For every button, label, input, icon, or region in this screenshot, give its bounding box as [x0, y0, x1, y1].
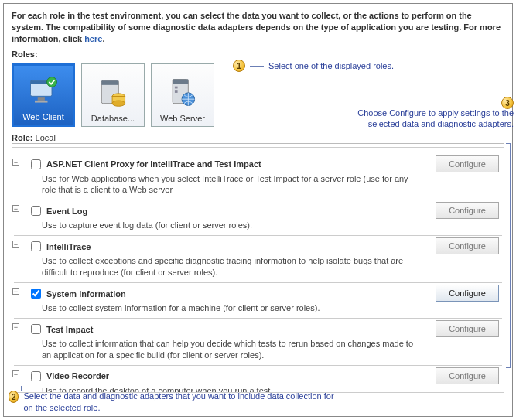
configure-button: Configure — [436, 155, 499, 172]
collapse-toggle[interactable]: − — [12, 370, 19, 377]
configure-button: Configure — [436, 367, 499, 384]
adapter-title: System Information — [46, 289, 126, 299]
callout-1-text: Select one of the displayed roles. — [268, 61, 394, 70]
collapse-toggle[interactable]: − — [12, 241, 19, 248]
configure-button: Configure — [436, 202, 499, 219]
adapter-checkbox[interactable] — [31, 241, 41, 251]
callout-number-2: 2 — [9, 391, 19, 403]
adapter-title: IntelliTrace — [46, 242, 91, 251]
collapse-toggle[interactable]: − — [12, 205, 19, 212]
adapter-row: −Video RecorderUse to record the desktop… — [14, 365, 502, 393]
adapter-row: −Test ImpactUse to collect information t… — [14, 318, 502, 365]
role-value: Local — [36, 133, 56, 142]
role-line: Role: Local — [12, 133, 504, 144]
adapter-checkbox[interactable] — [31, 324, 41, 334]
adapter-checkbox[interactable] — [31, 289, 41, 299]
svg-point-4 — [47, 77, 57, 87]
roles-label: Roles: — [12, 50, 504, 60]
callout-1-line — [250, 66, 264, 67]
role-tile-database-[interactable]: Database... — [81, 63, 145, 127]
adapter-title: Video Recorder — [46, 371, 109, 381]
role-tile-label: Database... — [91, 114, 135, 123]
adapter-description: Use to capture event log data (for clien… — [42, 220, 417, 230]
adapter-checkbox[interactable] — [31, 206, 41, 216]
adapter-description: Use to collect exceptions and specific d… — [42, 255, 417, 278]
callout-number-3: 3 — [501, 97, 514, 109]
adapter-description: Use to collect information that can help… — [42, 338, 417, 360]
callout-number-1: 1 — [233, 60, 245, 72]
adapter-checkbox[interactable] — [31, 371, 41, 381]
role-label: Role: — [12, 133, 33, 142]
callout-1: 1 Select one of the displayed roles. — [233, 60, 394, 72]
configure-button: Configure — [436, 320, 499, 337]
adapter-description: Use for Web applications when you select… — [42, 173, 417, 196]
configure-button[interactable]: Configure — [436, 285, 499, 302]
svg-rect-11 — [173, 79, 188, 84]
adapter-description: Use to collect system information for a … — [42, 302, 417, 313]
collapse-toggle[interactable]: − — [12, 159, 19, 166]
callout-2: 2 Select the data and diagnostic adapter… — [9, 391, 341, 413]
adapter-checkbox[interactable] — [31, 159, 41, 169]
role-tile-web-client[interactable]: Web Client — [12, 63, 75, 127]
configure-button: Configure — [436, 237, 499, 254]
svg-rect-2 — [38, 97, 45, 101]
svg-point-9 — [112, 101, 125, 106]
callout-2-text: Select the data and diagnostic adapters … — [23, 391, 341, 413]
callout-3-bracket — [506, 143, 511, 368]
callout-2-line — [21, 386, 22, 391]
adapters-list: −ASP.NET Client Proxy for IntelliTrace a… — [14, 154, 502, 393]
collapse-toggle[interactable]: − — [12, 288, 19, 295]
adapter-row: −System InformationUse to collect system… — [14, 282, 502, 318]
adapter-row: −ASP.NET Client Proxy for IntelliTrace a… — [14, 154, 502, 200]
settings-panel: For each role in the test environment, y… — [3, 3, 513, 417]
callout-3: 3 Choose Configure to apply settings to … — [328, 108, 514, 130]
adapter-row: −Event LogUse to capture event log data … — [14, 200, 502, 235]
svg-rect-13 — [175, 90, 178, 93]
adapter-row: −IntelliTraceUse to collect exceptions a… — [14, 235, 502, 282]
adapter-title: ASP.NET Client Proxy for IntelliTrace an… — [46, 159, 261, 169]
adapters-box: −ASP.NET Client Proxy for IntelliTrace a… — [12, 147, 504, 393]
svg-rect-12 — [175, 86, 178, 88]
adapter-title: Event Log — [46, 207, 87, 216]
svg-rect-3 — [35, 100, 48, 102]
role-tile-label: Web Server — [160, 114, 205, 123]
role-tile-web-server[interactable]: Web Server — [151, 63, 214, 127]
intro-text: For each role in the test environment, y… — [12, 10, 504, 45]
callout-3-text: Choose Configure to apply settings to th… — [357, 108, 514, 128]
collapse-toggle[interactable]: − — [12, 323, 19, 330]
here-link[interactable]: here — [84, 34, 102, 43]
role-tile-label: Web Client — [22, 112, 64, 121]
adapter-title: Test Impact — [46, 325, 93, 334]
svg-rect-6 — [101, 80, 118, 85]
